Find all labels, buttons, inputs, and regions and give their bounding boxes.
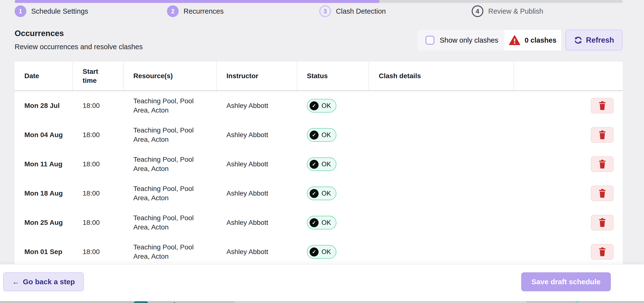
check-icon: ✓ bbox=[310, 218, 318, 227]
background-strip-segment bbox=[234, 301, 526, 303]
warning-icon bbox=[509, 35, 520, 45]
cell-start-time: 18:00 bbox=[73, 150, 124, 179]
occurrence-row: Mon 28 Jul 18:00 Teaching Pool, Pool Are… bbox=[15, 91, 623, 120]
cell-date: Mon 25 Aug bbox=[15, 208, 73, 237]
cell-actions bbox=[514, 237, 623, 264]
delete-occurrence-button[interactable] bbox=[591, 127, 614, 143]
show-only-clashes-checkbox[interactable] bbox=[426, 36, 434, 44]
step-review-publish[interactable]: 4 Review & Publish bbox=[472, 5, 624, 17]
teal-marker bbox=[576, 301, 578, 303]
trash-icon bbox=[598, 130, 606, 140]
trash-icon bbox=[598, 247, 606, 257]
page-subtitle: Review occurrences and resolve clashes bbox=[15, 43, 142, 51]
cell-date: Mon 01 Sep bbox=[15, 237, 73, 264]
status-badge-ok: ✓ OK bbox=[307, 128, 336, 142]
cell-start-time: 18:00 bbox=[73, 208, 124, 237]
cell-clash-details bbox=[369, 150, 514, 179]
step-3-circle: 3 bbox=[319, 5, 331, 17]
cell-status: ✓ OK bbox=[297, 91, 369, 120]
step-3-label: Clash Detection bbox=[336, 7, 386, 15]
cell-status: ✓ OK bbox=[297, 208, 369, 237]
delete-occurrence-button[interactable] bbox=[591, 98, 614, 113]
cell-start-time: 18:00 bbox=[73, 91, 124, 120]
cell-clash-details bbox=[369, 237, 514, 264]
trash-icon bbox=[598, 101, 606, 110]
wizard-footer: ← Go back a step Save draft schedule bbox=[0, 264, 644, 301]
column-header-start-time: Start time bbox=[73, 62, 124, 90]
cell-resources: Teaching Pool, Pool Area, Acton bbox=[124, 91, 217, 120]
column-header-instructor: Instructor bbox=[217, 62, 297, 90]
cell-date: Mon 04 Aug bbox=[15, 120, 73, 150]
cell-status: ✓ OK bbox=[297, 150, 369, 179]
wizard-progress-track bbox=[15, 0, 623, 3]
cell-actions bbox=[514, 208, 623, 237]
step-2-label: Recurrences bbox=[184, 7, 224, 15]
cell-resources: Teaching Pool, Pool Area, Acton bbox=[124, 150, 217, 179]
cell-instructor: Ashley Abbott bbox=[217, 150, 297, 179]
cell-date: Mon 11 Aug bbox=[15, 150, 73, 179]
delete-occurrence-button[interactable] bbox=[591, 244, 614, 260]
cell-actions bbox=[514, 120, 623, 150]
check-icon: ✓ bbox=[310, 248, 318, 257]
trash-icon bbox=[598, 160, 606, 169]
column-header-resources: Resource(s) bbox=[124, 62, 217, 90]
cell-resources: Teaching Pool, Pool Area, Acton bbox=[124, 208, 217, 237]
page-title: Occurrences bbox=[15, 29, 64, 38]
cell-date: Mon 18 Aug bbox=[15, 179, 73, 208]
delete-occurrence-button[interactable] bbox=[591, 156, 614, 172]
step-4-label: Review & Publish bbox=[488, 7, 543, 15]
refresh-label: Refresh bbox=[586, 36, 614, 44]
cell-status: ✓ OK bbox=[297, 179, 369, 208]
status-badge-ok: ✓ OK bbox=[307, 157, 336, 171]
cell-start-time: 18:00 bbox=[73, 179, 124, 208]
step-clash-detection[interactable]: 3 Clash Detection bbox=[319, 5, 472, 17]
cell-clash-details bbox=[369, 91, 514, 120]
status-badge-ok: ✓ OK bbox=[307, 187, 336, 200]
show-only-clashes-label: Show only clashes bbox=[440, 36, 498, 44]
trash-icon bbox=[598, 189, 606, 198]
background-content-strip: noreply@post-ver bbox=[0, 301, 644, 303]
cell-start-time: 18:00 bbox=[73, 237, 124, 264]
delete-occurrence-button[interactable] bbox=[591, 215, 614, 230]
step-4-circle: 4 bbox=[472, 5, 483, 17]
step-1-circle: 1 bbox=[15, 5, 26, 17]
left-arrow-icon: ← bbox=[12, 278, 20, 286]
clash-count-text: 0 clashes bbox=[524, 36, 556, 44]
cell-clash-details bbox=[369, 179, 514, 208]
occurrence-row: Mon 25 Aug 18:00 Teaching Pool, Pool Are… bbox=[15, 208, 623, 237]
occurrence-row: Mon 11 Aug 18:00 Teaching Pool, Pool Are… bbox=[15, 150, 623, 179]
column-header-clash-details: Clash details bbox=[369, 62, 514, 90]
wizard-stepper: 1 Schedule Settings 2 Recurrences 3 Clas… bbox=[15, 5, 624, 17]
occurrence-row: Mon 01 Sep 18:00 Teaching Pool, Pool Are… bbox=[15, 237, 623, 264]
show-only-clashes-control: Show only clashes bbox=[417, 30, 504, 50]
save-draft-schedule-button[interactable]: Save draft schedule bbox=[521, 272, 611, 291]
step-schedule-settings[interactable]: 1 Schedule Settings bbox=[15, 5, 167, 17]
cell-resources: Teaching Pool, Pool Area, Acton bbox=[124, 120, 217, 150]
delete-occurrence-button[interactable] bbox=[591, 186, 614, 201]
occurrence-row: Mon 04 Aug 18:00 Teaching Pool, Pool Are… bbox=[15, 120, 623, 150]
go-back-label: Go back a step bbox=[23, 278, 75, 286]
occurrences-table: Date Start time Resource(s) Instructor S… bbox=[15, 62, 623, 264]
cell-resources: Teaching Pool, Pool Area, Acton bbox=[124, 179, 217, 208]
cell-status: ✓ OK bbox=[297, 237, 369, 264]
step-1-label: Schedule Settings bbox=[31, 7, 88, 15]
cell-start-time: 18:00 bbox=[73, 120, 124, 150]
refresh-button[interactable]: Refresh bbox=[566, 30, 622, 50]
go-back-button[interactable]: ← Go back a step bbox=[3, 272, 84, 291]
sender-email-text: noreply@post-ver bbox=[153, 301, 216, 303]
trash-icon bbox=[598, 218, 606, 227]
column-header-status: Status bbox=[297, 62, 369, 90]
cell-date: Mon 28 Jul bbox=[15, 91, 73, 120]
cell-status: ✓ OK bbox=[297, 120, 369, 150]
table-header-row: Date Start time Resource(s) Instructor S… bbox=[15, 62, 623, 91]
status-badge-ok: ✓ OK bbox=[307, 216, 336, 230]
cell-actions bbox=[514, 179, 623, 208]
cell-instructor: Ashley Abbott bbox=[217, 237, 297, 264]
cell-instructor: Ashley Abbott bbox=[217, 179, 297, 208]
check-icon: ✓ bbox=[310, 189, 318, 198]
refresh-icon bbox=[574, 36, 582, 44]
step-recurrences[interactable]: 2 Recurrences bbox=[167, 5, 319, 17]
save-draft-label: Save draft schedule bbox=[532, 278, 600, 286]
status-badge-ok: ✓ OK bbox=[307, 99, 336, 112]
schedule-wizard-screen: 1 Schedule Settings 2 Recurrences 3 Clas… bbox=[0, 0, 644, 303]
